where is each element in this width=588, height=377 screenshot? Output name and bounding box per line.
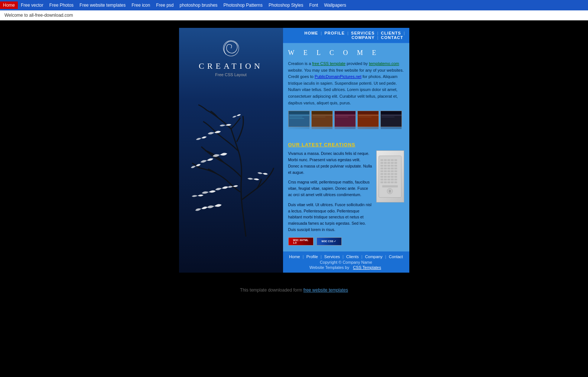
- site-navigation: HOME | PROFILE | SERVICES | CLIENTS | CO…: [283, 28, 409, 43]
- svg-rect-27: [394, 159, 397, 161]
- footer-nav-contact[interactable]: Contact: [387, 254, 405, 259]
- footer-navigation: Home | Profile | Services | Clients | Co…: [283, 251, 409, 273]
- nav-separator: |: [377, 31, 380, 35]
- svg-rect-40: [387, 168, 390, 169]
- site-wrapper: CREATION Free CSS Layout: [179, 28, 409, 273]
- svg-rect-63: [380, 181, 383, 183]
- svg-rect-66: [391, 181, 393, 183]
- svg-rect-55: [387, 176, 390, 178]
- site-nav-company[interactable]: COMPANY: [350, 35, 376, 40]
- svg-rect-64: [384, 181, 387, 183]
- footer-sep: |: [361, 254, 364, 259]
- nav-free-templates[interactable]: Free website templates: [77, 2, 129, 9]
- footer-nav-clients[interactable]: Clients: [345, 254, 360, 259]
- svg-rect-26: [391, 159, 393, 161]
- svg-rect-56: [391, 176, 393, 178]
- svg-rect-50: [387, 173, 390, 175]
- svg-rect-68: [382, 185, 398, 187]
- svg-rect-60: [387, 179, 390, 181]
- thumbnails-reflection: [288, 127, 404, 129]
- svg-rect-9: [312, 117, 325, 117]
- keyboard-svg: [377, 152, 403, 202]
- xhtml-badge[interactable]: W3C XHTML1.0: [288, 237, 314, 246]
- latest-image: [376, 150, 404, 202]
- css-templates-link[interactable]: CSS Templates: [351, 265, 383, 270]
- footer-nav-company[interactable]: Company: [364, 254, 384, 259]
- bottom-text: This template downloaded form: [240, 287, 303, 293]
- svg-rect-20: [381, 115, 402, 116]
- nav-wallpapers[interactable]: Wallpapers: [321, 2, 349, 9]
- svg-rect-2: [289, 111, 310, 114]
- svg-rect-47: [394, 170, 397, 172]
- footer-nav-links: Home | Profile | Services | Clients | Co…: [286, 254, 406, 259]
- site-nav-home[interactable]: HOME: [303, 31, 319, 35]
- thumbnail-5[interactable]: [380, 111, 402, 127]
- footer-nav-profile[interactable]: Profile: [305, 254, 319, 259]
- publicdomain-link[interactable]: PublicDomainPictures.net: [315, 74, 361, 79]
- footer-sep: |: [321, 254, 323, 259]
- latest-content: Vivamus a massa. Donec iaculis felis id …: [288, 150, 404, 233]
- top-navigation: Home Free vector Free Photos Free websit…: [0, 0, 588, 10]
- content-area: W E L C O M E Creation is a free CSS tem…: [283, 43, 409, 251]
- site-nav-profile[interactable]: PROFILE: [323, 31, 346, 35]
- svg-rect-19: [381, 111, 402, 114]
- site-nav-clients[interactable]: CLIENTS: [380, 31, 403, 35]
- svg-rect-36: [391, 165, 393, 166]
- welcome-heading: W E L C O M E: [288, 49, 404, 57]
- site-subtitle: Free CSS Layout: [215, 72, 246, 77]
- birds-area: [179, 81, 283, 237]
- svg-rect-16: [358, 115, 379, 116]
- nav-free-vector[interactable]: Free vector: [18, 2, 46, 9]
- svg-rect-8: [312, 115, 332, 116]
- validation-badges: W3C XHTML1.0 W3C CSS ✓: [288, 237, 404, 246]
- free-website-templates-link[interactable]: free website templates: [303, 287, 348, 293]
- thumbnail-3[interactable]: [334, 111, 356, 127]
- svg-rect-61: [391, 179, 393, 181]
- css-badge[interactable]: W3C CSS ✓: [316, 237, 342, 246]
- svg-rect-23: [380, 159, 383, 161]
- thumbnail-1[interactable]: [288, 111, 310, 127]
- svg-rect-24: [384, 159, 387, 161]
- svg-rect-45: [387, 170, 390, 172]
- svg-rect-5: [289, 118, 304, 119]
- svg-rect-43: [380, 170, 383, 172]
- footer-sep: |: [385, 254, 387, 259]
- site-nav-services[interactable]: SERVICES: [350, 31, 376, 35]
- thumbnail-4[interactable]: [357, 111, 379, 127]
- svg-rect-53: [380, 176, 383, 178]
- footer-templates: Website Templates by CSS Templates: [286, 265, 406, 270]
- svg-rect-21: [381, 117, 394, 117]
- svg-rect-3: [289, 115, 309, 116]
- svg-rect-67: [394, 181, 397, 183]
- nav-photoshop-patterns[interactable]: Photoshop Patterns: [221, 2, 266, 9]
- welcome-bar: Welcome to all-free-download.com: [0, 10, 588, 20]
- nav-free-psd[interactable]: Free psd: [153, 2, 176, 9]
- svg-rect-51: [391, 173, 393, 175]
- site-nav-contact[interactable]: CONTACT: [380, 35, 405, 40]
- templatemo-link[interactable]: templatemo.com: [369, 61, 399, 66]
- svg-rect-37: [394, 165, 397, 166]
- nav-home[interactable]: Home: [0, 1, 18, 9]
- svg-rect-13: [335, 117, 348, 117]
- nav-photoshop-styles[interactable]: Photoshop Styles: [266, 2, 306, 9]
- svg-rect-62: [394, 179, 397, 181]
- svg-rect-17: [358, 117, 371, 117]
- svg-rect-54: [384, 176, 387, 178]
- latest-para3: Duis vitae velit. Ut ultrices. Fusce sol…: [288, 202, 373, 233]
- template-thumbnails: [288, 111, 404, 127]
- svg-rect-15: [358, 111, 379, 114]
- nav-free-photos[interactable]: Free Photos: [46, 2, 77, 9]
- free-css-link[interactable]: free CSS template: [312, 61, 345, 66]
- left-panel: CREATION Free CSS Layout: [179, 28, 283, 273]
- thumbnail-2[interactable]: [311, 111, 333, 127]
- svg-rect-41: [391, 168, 393, 169]
- nav-separator: |: [404, 31, 405, 35]
- svg-rect-30: [387, 162, 390, 164]
- footer-nav-home[interactable]: Home: [287, 254, 301, 259]
- nav-photoshop-brushes[interactable]: photoshop brushes: [177, 2, 221, 9]
- nav-font[interactable]: Font: [306, 2, 321, 9]
- welcome-text: Welcome to all-free-download.com: [4, 13, 73, 18]
- svg-rect-65: [387, 181, 390, 183]
- footer-nav-services[interactable]: Services: [323, 254, 341, 259]
- nav-free-icon[interactable]: Free icon: [129, 2, 153, 9]
